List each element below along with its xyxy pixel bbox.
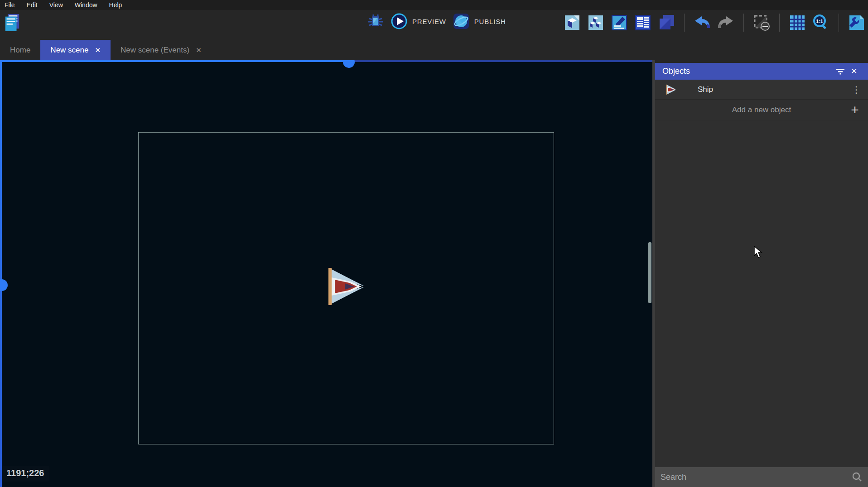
zoom-1-1-icon[interactable]: 1:1 bbox=[812, 14, 829, 31]
menu-bar: File Edit View Window Help bbox=[0, 0, 868, 10]
debug-icon[interactable] bbox=[367, 13, 384, 30]
objects-panel-title: Objects bbox=[662, 67, 834, 76]
preview-label: PREVIEW bbox=[412, 18, 446, 25]
top-resize-handle-dot[interactable] bbox=[343, 60, 355, 68]
grid-icon[interactable] bbox=[789, 14, 806, 31]
left-resize-handle[interactable] bbox=[0, 60, 2, 487]
toolbar-separator bbox=[684, 14, 685, 32]
object-name: Ship bbox=[698, 85, 851, 94]
wrench-document-icon[interactable] bbox=[848, 14, 865, 31]
menu-view[interactable]: View bbox=[49, 1, 63, 9]
object-row-ship[interactable]: Ship ⋮ bbox=[655, 80, 868, 100]
tab-label: Home bbox=[10, 46, 30, 55]
project-manager-icon[interactable] bbox=[4, 14, 21, 31]
objects-panel-empty-area bbox=[655, 120, 868, 467]
add-object-button[interactable]: Add a new object + bbox=[655, 100, 868, 120]
window-mask-icon[interactable] bbox=[753, 14, 770, 31]
search-icon bbox=[852, 472, 863, 482]
object-groups-icon[interactable] bbox=[587, 14, 604, 31]
add-object-label: Add a new object bbox=[661, 105, 848, 115]
filter-icon[interactable] bbox=[834, 65, 847, 78]
toolbar-separator bbox=[839, 14, 839, 32]
scene-properties-pencil-icon[interactable] bbox=[611, 14, 628, 31]
publish-label: PUBLISH bbox=[474, 18, 506, 25]
editor-tab-bar: Home New scene ✕ New scene (Events) ✕ bbox=[0, 40, 868, 60]
undo-icon[interactable] bbox=[694, 14, 711, 31]
vertical-scrollbar-thumb[interactable] bbox=[648, 242, 651, 303]
svg-text:1:1: 1:1 bbox=[816, 19, 823, 24]
toolbar-separator bbox=[743, 14, 744, 32]
close-icon[interactable]: ✕ bbox=[196, 46, 202, 54]
tab-label: New scene (Events) bbox=[121, 46, 189, 55]
cursor-coordinates-badge: 1191;226 bbox=[3, 466, 49, 482]
kebab-menu-icon[interactable]: ⋮ bbox=[851, 87, 862, 92]
ship-instance[interactable] bbox=[324, 265, 366, 308]
gdevelop-window: File Edit View Window Help bbox=[0, 0, 868, 487]
tab-home[interactable]: Home bbox=[0, 40, 40, 60]
ship-thumbnail-icon bbox=[664, 84, 678, 95]
top-resize-handle[interactable] bbox=[349, 60, 652, 62]
close-icon[interactable]: ✕ bbox=[95, 46, 101, 54]
instances-list-icon[interactable] bbox=[634, 14, 651, 31]
play-icon bbox=[391, 13, 408, 30]
objects-editor-icon[interactable] bbox=[564, 14, 581, 31]
publish-button[interactable]: PUBLISH bbox=[453, 13, 506, 30]
mouse-cursor bbox=[753, 246, 764, 258]
top-resize-handle[interactable] bbox=[0, 60, 349, 62]
main-toolbar: PREVIEW PUBLISH bbox=[0, 10, 868, 40]
left-resize-handle-dot[interactable] bbox=[0, 279, 8, 291]
redo-icon[interactable] bbox=[717, 14, 734, 31]
layers-icon[interactable] bbox=[658, 14, 675, 31]
search-input[interactable] bbox=[661, 473, 852, 482]
tab-new-scene-events[interactable]: New scene (Events) ✕ bbox=[111, 40, 212, 60]
menu-edit[interactable]: Edit bbox=[27, 1, 38, 9]
main-area: 1191;226 Objects ✕ bbox=[0, 60, 868, 487]
menu-help[interactable]: Help bbox=[109, 1, 122, 9]
menu-window[interactable]: Window bbox=[75, 1, 97, 9]
tab-label: New scene bbox=[50, 46, 88, 55]
plus-icon: + bbox=[848, 102, 862, 118]
tab-new-scene[interactable]: New scene ✕ bbox=[40, 40, 111, 60]
preview-button[interactable]: PREVIEW bbox=[391, 13, 446, 30]
toolbar-separator bbox=[779, 14, 780, 32]
scene-editor-canvas[interactable]: 1191;226 bbox=[0, 60, 652, 487]
objects-search-bar bbox=[655, 467, 868, 487]
objects-panel-header: Objects ✕ bbox=[655, 63, 868, 80]
menu-file[interactable]: File bbox=[5, 1, 15, 9]
objects-panel: Objects ✕ bbox=[655, 60, 868, 487]
close-icon[interactable]: ✕ bbox=[847, 65, 861, 78]
publish-globe-icon bbox=[453, 13, 470, 30]
